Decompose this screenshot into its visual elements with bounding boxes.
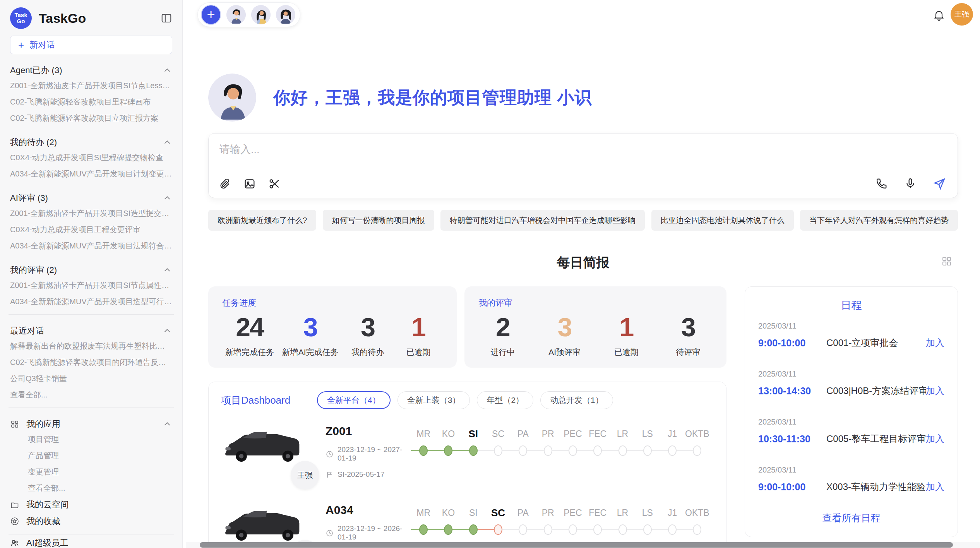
chevron-up-icon[interactable]	[162, 419, 172, 429]
sidebar-section-header[interactable]: 我的待办 (2)	[10, 135, 172, 149]
microphone-icon[interactable]	[904, 177, 917, 190]
recent-conversation-item[interactable]: 解释最新出台的欧盟报废车法规再生塑料比例被调至15%...	[10, 338, 172, 354]
new-chat-button[interactable]: + 新对话	[10, 36, 172, 54]
sidebar-storage-links: 我的云空间我的收藏	[10, 496, 172, 529]
stat-value: 1	[605, 312, 648, 342]
sidebar-task-item[interactable]: C02-飞腾新能源轻客改款项目立项汇报方案	[10, 110, 172, 126]
milestone-label: OKTB	[685, 504, 709, 521]
sidebar-task-item[interactable]: A034-全新新能源MUV产品开发项目计划变更表编写	[10, 166, 172, 182]
join-meeting-link[interactable]: 加入	[926, 385, 944, 397]
sidebar-link-star[interactable]: 我的收藏	[10, 513, 172, 529]
sidebar-tool-people[interactable]: AI超级员工	[10, 534, 172, 548]
stat-columns: 2进行中3AI预评审1已逾期3待评审	[478, 312, 713, 358]
my-apps-item[interactable]: 产品管理	[10, 447, 172, 464]
suggestion-chip[interactable]: 特朗普可能对进口汽车增税会对中国车企造成哪些影响	[440, 210, 645, 231]
sidebar-link-cloud[interactable]: 我的云空间	[10, 496, 172, 513]
milestone-dot	[569, 445, 577, 456]
my-apps-item[interactable]: 项目管理	[10, 431, 172, 447]
plus-icon: +	[18, 39, 24, 51]
send-icon[interactable]	[933, 177, 946, 190]
image-upload-icon[interactable]	[243, 178, 256, 190]
dashboard-tab[interactable]: 年型（2）	[477, 391, 533, 409]
schedule-detail-row: 13:00-14:30C003|H0B-方案冻结评审加入	[758, 385, 944, 397]
agent-avatar-2[interactable]	[251, 5, 271, 24]
sidebar-task-item[interactable]: Z001-全新燃油皮卡产品开发项目SI节点Lesson Learn报告	[10, 77, 172, 94]
milestone-label: PA	[511, 504, 535, 521]
schedule-meeting-name: X003-车辆动力学性能验...	[826, 481, 926, 493]
view-all-conversations-link[interactable]: 查看全部...	[10, 387, 172, 403]
sidebar-task-item[interactable]: C0X4-动力总成开发项目SI里程碑提交物检查	[10, 149, 172, 166]
stat-value: 1	[397, 312, 440, 342]
dashboard-tab[interactable]: 全新平台（4）	[317, 391, 391, 409]
view-all-schedule-link[interactable]: 查看所有日程	[758, 504, 944, 533]
suggestion-chip[interactable]: 比亚迪全固态电池计划具体说了什么	[651, 210, 794, 231]
join-meeting-link[interactable]: 加入	[926, 337, 944, 349]
sidebar-task-item[interactable]: C02-飞腾新能源轻客改款项目里程碑画布	[10, 94, 172, 110]
milestone-dot-cell	[486, 521, 511, 538]
greeting-block: 你好，王强，我是你的项目管理助理 小识	[208, 74, 958, 122]
milestone-column: J1	[660, 425, 685, 442]
sidebar-task-item[interactable]: C0X4-动力总成开发项目工程变更评审	[10, 221, 172, 238]
recent-conversations-header[interactable]: 最近对话	[10, 324, 172, 338]
milestone-dot	[444, 524, 452, 535]
milestone-label: MR	[411, 425, 436, 442]
milestone-dot	[469, 445, 478, 456]
sidebar-task-item[interactable]: Z001-全新燃油轻卡产品开发项目SI节点属性5D文件评审	[10, 277, 172, 293]
clock-icon	[326, 450, 334, 458]
sidebar-task-item[interactable]: Z001-全新燃油轻卡产品开发项目SI造型提交物评审	[10, 205, 172, 221]
chevron-up-icon[interactable]	[162, 193, 172, 203]
chevron-up-icon[interactable]	[162, 137, 172, 147]
milestone-label: PR	[535, 504, 560, 521]
collapse-sidebar-icon[interactable]	[161, 12, 172, 24]
sidebar-apps-section: 我的应用项目管理产品管理变更管理查看全部...	[10, 417, 172, 496]
stat-block: 24新增完成任务	[225, 312, 274, 358]
join-meeting-link[interactable]: 加入	[926, 433, 944, 445]
sidebar-section-header[interactable]: Agent已办 (3)	[10, 63, 172, 77]
project-dates: 2023-12-19 ~ 2026-01-19	[338, 524, 411, 541]
milestone-column: OKTB	[685, 504, 709, 521]
milestone-label: PEC	[560, 504, 585, 521]
sidebar-task-item[interactable]: A034-全新新能源MUV产品开发项目法规符合性评审	[10, 238, 172, 254]
my-apps-item[interactable]: 变更管理	[10, 464, 172, 480]
paperclip-icon[interactable]	[219, 178, 231, 190]
agent-avatar-3[interactable]	[276, 5, 295, 24]
milestone-dot	[419, 445, 428, 456]
my-apps-title: 我的应用	[26, 418, 60, 430]
chevron-up-icon[interactable]	[162, 65, 172, 75]
suggestion-chip[interactable]: 欧洲新规最近颁布了什么?	[208, 210, 316, 231]
milestone-dot-cell	[585, 521, 610, 538]
chat-input[interactable]	[219, 144, 728, 156]
milestone-column	[486, 521, 511, 538]
join-meeting-link[interactable]: 加入	[926, 481, 944, 493]
my-apps-item[interactable]: 查看全部...	[10, 480, 172, 496]
recent-conversation-item[interactable]: C02-飞腾新能源轻客改款项目的闭环通告反馈情况	[10, 354, 172, 370]
recent-conversation-item[interactable]: 公司Q3轻卡销量	[10, 370, 172, 387]
stat-columns: 24新增完成任务3新增AI完成任务3我的待办1已逾期	[222, 312, 443, 358]
milestone-labels: MRKOSISCPAPRPECFECLRLSJ1OKTB	[411, 504, 714, 521]
schedule-meeting-name: C003|H0B-方案冻结评审	[826, 385, 926, 397]
add-agent-button[interactable]: +	[201, 5, 221, 25]
sidebar-section-header[interactable]: 我的评审 (2)	[10, 263, 172, 277]
horizontal-scrollbar-thumb[interactable]	[200, 542, 953, 548]
suggestion-chip[interactable]: 当下年轻人对汽车外观有怎样的喜好趋势	[800, 210, 958, 231]
suggestion-chip[interactable]: 如何写一份清晰的项目周报	[323, 210, 434, 231]
scissors-icon[interactable]	[268, 178, 281, 190]
dashboard-tab[interactable]: 动总开发（1）	[540, 391, 613, 409]
milestone-label: FEC	[585, 425, 610, 442]
sidebar-section-header[interactable]: AI评审 (3)	[10, 191, 172, 205]
milestone-dot	[544, 524, 552, 535]
my-apps-header[interactable]: 我的应用	[10, 417, 172, 431]
dashboard-tab[interactable]: 全新上装（3）	[397, 391, 470, 409]
agent-avatar-1[interactable]	[226, 5, 246, 24]
sidebar-task-item[interactable]: A034-全新新能源MUV产品开发项目造型可行性评审	[10, 293, 172, 310]
chevron-up-icon[interactable]	[162, 326, 172, 336]
milestone-dot	[693, 445, 701, 456]
divider	[9, 408, 174, 408]
briefing-left-column: 任务进度24新增完成任务3新增AI完成任务3我的待办1已逾期我的评审2进行中3A…	[208, 286, 726, 548]
project-owner-badge: 王强	[291, 461, 319, 490]
phone-call-icon[interactable]	[875, 177, 888, 190]
layout-grid-icon[interactable]	[941, 255, 953, 267]
chevron-up-icon[interactable]	[162, 265, 172, 275]
milestone-column	[660, 442, 685, 459]
schedule-time: 13:00-14:30	[758, 385, 826, 397]
